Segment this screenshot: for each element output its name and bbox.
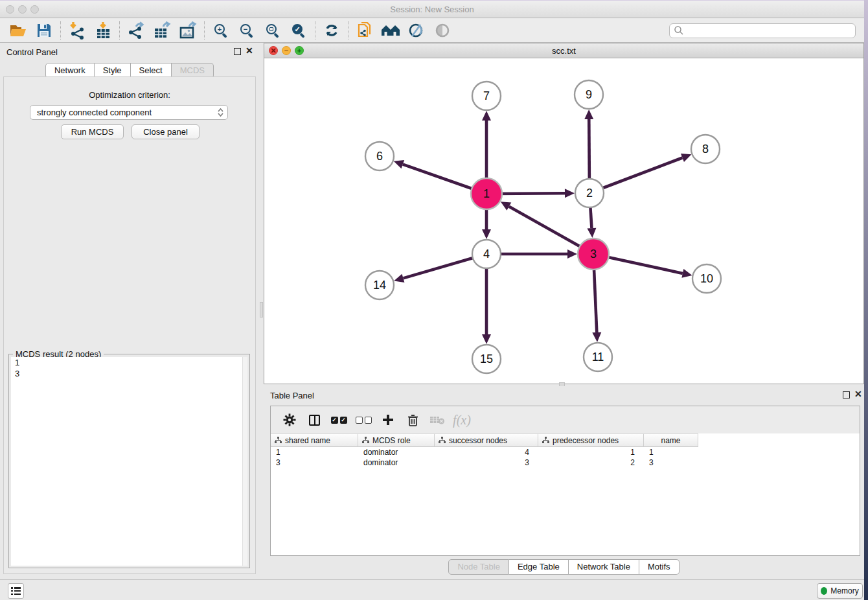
column-type-icon	[439, 437, 446, 444]
criterion-select[interactable]: strongly connected component	[30, 105, 228, 120]
export-image-icon[interactable]	[175, 20, 201, 41]
tab-motifs[interactable]: Motifs	[639, 559, 680, 575]
export-network-icon[interactable]	[123, 20, 149, 41]
node-table[interactable]: shared nameMCDS rolesuccessor nodesprede…	[271, 433, 860, 555]
table-cell[interactable]: 2	[538, 457, 644, 468]
search-field[interactable]	[669, 23, 856, 38]
refresh-icon[interactable]	[319, 20, 345, 41]
control-panel: Control Panel ✕ NetworkStyleSelectMCDS O…	[0, 43, 259, 579]
mcds-result-list[interactable]: 13	[11, 357, 242, 566]
float-panel-icon[interactable]	[843, 391, 850, 398]
arrowhead-1-7	[482, 111, 491, 121]
hide-selected-icon[interactable]	[404, 20, 429, 41]
status-bar: Memory	[0, 579, 864, 600]
column-header-shared-name[interactable]: shared name	[271, 433, 358, 447]
table-cell[interactable]: 1	[644, 447, 698, 457]
arrowhead-1-2	[565, 189, 575, 198]
criterion-value: strongly connected component	[37, 108, 152, 117]
trash-icon[interactable]	[400, 409, 425, 431]
column-header-name[interactable]: name	[644, 433, 698, 447]
list-icon	[11, 587, 21, 595]
column-header-MCDS-role[interactable]: MCDS role	[358, 433, 435, 447]
column-type-icon	[275, 437, 282, 444]
column-header-successor-nodes[interactable]: successor nodes	[435, 433, 538, 447]
toolbar-separator	[204, 21, 205, 40]
tab-network-table[interactable]: Network Table	[569, 559, 639, 575]
table-toolbar: ✓✓	[271, 406, 860, 433]
mcds-panel: Optimization criterion: strongly connect…	[3, 76, 256, 574]
zoom-in-icon[interactable]: +	[208, 20, 234, 41]
result-item[interactable]: 1	[11, 357, 242, 368]
zoom-out-icon[interactable]: −	[234, 20, 260, 41]
arrowhead-3-10	[681, 269, 693, 280]
memory-button[interactable]: Memory	[817, 583, 863, 599]
float-panel-icon[interactable]	[234, 48, 241, 55]
toolbar-separator	[60, 21, 61, 40]
task-history-button[interactable]	[8, 583, 24, 599]
toolbar-separator	[315, 21, 315, 40]
table-cell[interactable]: 1	[538, 447, 644, 457]
show-graphics-details-icon[interactable]	[429, 20, 455, 41]
first-neighbors-icon[interactable]	[378, 20, 404, 41]
import-table-icon[interactable]	[90, 20, 116, 41]
export-table-icon[interactable]	[149, 20, 175, 41]
arrowhead-4-3	[567, 249, 577, 259]
close-panel-icon[interactable]: ✕	[854, 389, 862, 399]
table-cell[interactable]: dominator	[358, 457, 435, 468]
tab-node-table[interactable]: Node Table	[448, 559, 509, 575]
arrowhead-1-4	[482, 229, 491, 239]
network-window-titlebar[interactable]: ✕ − + scc.txt	[264, 43, 863, 58]
network-canvas[interactable]: 7968124314101511	[264, 58, 863, 384]
table-cell[interactable]: 3	[271, 457, 358, 468]
window-title: Session: New Session	[0, 5, 864, 14]
new-network-from-selection-icon[interactable]	[352, 20, 378, 41]
result-scrollbar[interactable]	[242, 357, 247, 566]
node-label-15: 15	[480, 352, 493, 365]
column-type-icon	[542, 437, 549, 444]
zoom-selected-icon[interactable]: ✓	[286, 20, 312, 41]
node-label-2: 2	[586, 187, 593, 200]
table-header-row: shared nameMCDS rolesuccessor nodesprede…	[271, 433, 860, 447]
save-session-icon[interactable]	[31, 20, 57, 41]
table-cell[interactable]: 3	[435, 457, 538, 468]
column-header-predecessor-nodes[interactable]: predecessor nodes	[538, 433, 644, 447]
table-cell[interactable]: 4	[435, 447, 538, 457]
table-panel: Table Panel ✕	[264, 386, 864, 577]
table-row[interactable]: 3dominator323	[271, 457, 860, 468]
close-panel-button[interactable]: Close panel	[131, 124, 200, 139]
main-toolbar: + − ✓	[0, 19, 864, 43]
add-column-icon[interactable]	[376, 409, 400, 431]
search-icon	[674, 25, 684, 36]
vertical-splitter[interactable]	[259, 43, 264, 579]
import-network-icon[interactable]	[64, 20, 90, 41]
mcds-result-group: MCDS result (2 nodes) 13	[8, 354, 250, 568]
table-panel-title: Table Panel	[270, 391, 314, 400]
search-input[interactable]	[684, 24, 855, 38]
node-label-8: 8	[702, 143, 709, 156]
network-graph[interactable]: 7968124314101511	[264, 58, 863, 384]
table-cell[interactable]: 1	[271, 447, 358, 457]
zoom-fit-icon[interactable]	[260, 20, 286, 41]
table-row[interactable]: 1dominator411	[271, 447, 860, 457]
memory-status-icon	[821, 587, 827, 595]
select-all-icon[interactable]: ✓✓	[326, 409, 351, 431]
result-item[interactable]: 3	[11, 368, 242, 379]
open-file-icon[interactable]	[5, 20, 31, 41]
arrowhead-4-15	[482, 334, 491, 344]
tab-edge-table[interactable]: Edge Table	[509, 559, 569, 575]
run-mcds-button[interactable]: Run MCDS	[61, 124, 124, 139]
node-label-9: 9	[586, 88, 592, 101]
table-tabs: Node TableEdge TableNetwork TableMotifs	[264, 559, 864, 575]
control-panel-title: Control Panel	[6, 47, 58, 57]
table-cell[interactable]: dominator	[358, 447, 435, 457]
node-label-10: 10	[700, 272, 713, 285]
table-cell[interactable]: 3	[644, 457, 698, 468]
node-table-container: ✓✓	[270, 406, 860, 556]
close-panel-icon[interactable]: ✕	[246, 45, 253, 56]
gear-icon[interactable]	[277, 409, 302, 431]
chevron-updown-icon	[218, 108, 223, 117]
node-label-11: 11	[592, 351, 604, 363]
columns-icon[interactable]	[302, 409, 326, 431]
deselect-all-icon[interactable]	[351, 409, 376, 431]
node-label-6: 6	[376, 150, 383, 163]
